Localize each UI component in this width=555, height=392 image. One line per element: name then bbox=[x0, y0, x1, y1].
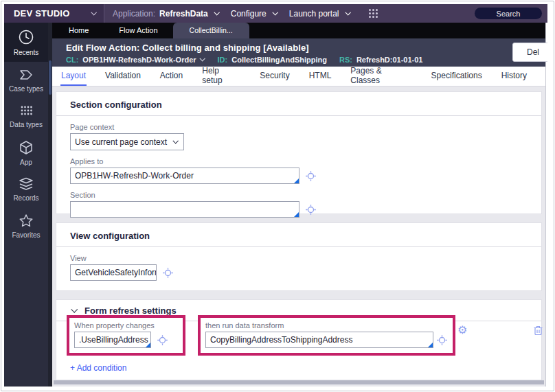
rule-header: Edit Flow Action: Collect billing and sh… bbox=[52, 38, 545, 67]
view-label: View bbox=[70, 254, 541, 262]
rule-tab-strip: Layout Validation Action Help setup Secu… bbox=[52, 67, 545, 87]
trash-icon[interactable] bbox=[533, 325, 543, 336]
sidebar-item-favorites[interactable]: Favorites bbox=[4, 207, 48, 244]
collapse-chevron-icon[interactable] bbox=[71, 306, 78, 313]
sidebar-item-case-types[interactable]: Case types bbox=[4, 62, 48, 98]
form-refresh-panel: Form refresh settings When property chan… bbox=[56, 299, 542, 380]
sidebar-item-app[interactable]: App bbox=[4, 135, 48, 171]
autocomplete-triangle-icon bbox=[428, 343, 433, 347]
autocomplete-triangle-icon bbox=[294, 212, 299, 217]
left-sidebar: Recents Case types Data types Ap bbox=[4, 23, 48, 387]
cl-label: CL: bbox=[66, 56, 78, 64]
application-menu[interactable]: RefreshData bbox=[159, 9, 208, 19]
when-property-label: When property changes bbox=[74, 321, 178, 330]
gear-target-icon[interactable] bbox=[157, 334, 168, 346]
autocomplete-triangle-icon bbox=[294, 178, 299, 183]
view-configuration-panel: View configuration View GetVehicleSafety… bbox=[56, 222, 542, 291]
gear-target-icon[interactable] bbox=[436, 334, 448, 346]
nav-scrollbar-thumb[interactable] bbox=[49, 60, 52, 95]
configure-menu[interactable]: Configure bbox=[231, 9, 267, 19]
launch-portal-menu[interactable]: Launch portal bbox=[289, 9, 339, 19]
rs-label: RS: bbox=[339, 56, 352, 64]
tab-pages-classes[interactable]: Pages & Classes bbox=[350, 67, 412, 86]
chevron-down-icon[interactable] bbox=[272, 10, 278, 15]
page-context-select[interactable]: Use current page context bbox=[70, 133, 184, 150]
id-value: CollectBillingAndShipping bbox=[231, 56, 327, 64]
cl-value: OPB1HW-RefreshD-Work-Order bbox=[82, 56, 196, 64]
delete-button[interactable]: Del bbox=[512, 43, 547, 62]
tab-security[interactable]: Security bbox=[259, 67, 290, 86]
tab-html[interactable]: HTML bbox=[308, 67, 332, 86]
sidebar-item-recents[interactable]: Recents bbox=[4, 23, 48, 62]
data-types-icon bbox=[18, 104, 34, 118]
star-icon bbox=[18, 213, 34, 229]
when-property-input[interactable]: .UseBillingAddress bbox=[74, 332, 151, 348]
when-property-highlight-box: When property changes .UseBillingAddress bbox=[67, 315, 185, 356]
autocomplete-triangle-icon bbox=[146, 343, 150, 347]
rule-title: Edit Flow Action: Collect billing and sh… bbox=[66, 43, 545, 53]
id-label: ID: bbox=[218, 56, 228, 64]
view-input[interactable]: GetVehicleSafetyInform bbox=[70, 264, 157, 281]
data-transform-label: then run data transform bbox=[205, 321, 448, 330]
page-context-label: Page context bbox=[70, 123, 541, 131]
gear-target-icon[interactable] bbox=[305, 204, 317, 216]
tab-layout[interactable]: Layout bbox=[60, 67, 87, 86]
rule-content: Section configuration Page context Use c… bbox=[52, 87, 545, 387]
sidebar-item-records[interactable]: Records bbox=[4, 171, 48, 207]
application-label: Application: bbox=[113, 9, 155, 19]
tab-specifications[interactable]: Specifications bbox=[431, 67, 483, 86]
rs-value: RefreshD:01-01-01 bbox=[356, 56, 423, 64]
form-refresh-title: Form refresh settings bbox=[84, 305, 177, 316]
section-label: Section bbox=[70, 191, 541, 199]
app-cube-icon bbox=[18, 139, 34, 156]
tab-history[interactable]: History bbox=[501, 67, 528, 86]
chevron-down-icon[interactable] bbox=[345, 10, 350, 15]
top-nav: Application: RefreshData Configure Launc… bbox=[113, 9, 378, 19]
data-transform-input[interactable]: CopyBillingAddressToShippingAddress bbox=[205, 332, 433, 348]
tab-action[interactable]: Action bbox=[159, 67, 183, 86]
tab-help-setup[interactable]: Help setup bbox=[201, 67, 241, 86]
app-grid-icon[interactable] bbox=[369, 9, 378, 18]
top-bar: DEV STUDIO Application: RefreshData Conf… bbox=[4, 4, 547, 23]
data-transform-highlight-box: then run data transform CopyBillingAddre… bbox=[198, 315, 455, 356]
add-condition-link[interactable]: + Add condition bbox=[70, 363, 126, 373]
section-input[interactable] bbox=[70, 201, 299, 218]
chevron-down-icon bbox=[172, 138, 178, 143]
chevron-down-icon[interactable] bbox=[199, 56, 205, 61]
applies-to-input[interactable]: OPB1HW-RefreshD-Work-Order bbox=[70, 168, 299, 184]
section-configuration-panel: Section configuration Page context Use c… bbox=[56, 91, 542, 214]
tab-validation[interactable]: Validation bbox=[104, 67, 141, 86]
clock-icon bbox=[17, 28, 35, 46]
document-tab-bar: Home Flow Action CollectBillin... bbox=[52, 23, 545, 38]
view-configuration-title: View configuration bbox=[56, 223, 541, 247]
gear-target-icon[interactable] bbox=[162, 267, 174, 279]
tab-home[interactable]: Home bbox=[54, 23, 104, 38]
main-area: Home Flow Action CollectBillin... Edit F… bbox=[52, 23, 546, 387]
chevron-down-icon[interactable] bbox=[214, 10, 219, 15]
rule-keys: CL: OPB1HW-RefreshD-Work-Order ID: Colle… bbox=[66, 56, 545, 64]
search-label: Search bbox=[497, 10, 521, 18]
tab-collectbilling-active[interactable]: CollectBillin... bbox=[173, 23, 249, 38]
chevron-down-icon bbox=[91, 10, 96, 15]
brand-title: DEV STUDIO bbox=[14, 8, 69, 19]
tab-flow-action[interactable]: Flow Action bbox=[104, 23, 172, 38]
bottom-scrollbar[interactable] bbox=[54, 380, 544, 384]
records-layers-icon bbox=[18, 176, 34, 192]
section-configuration-title: Section configuration bbox=[56, 92, 541, 116]
dev-studio-app: DEV STUDIO Application: RefreshData Conf… bbox=[4, 4, 547, 387]
search-input[interactable]: Search bbox=[475, 8, 542, 19]
gear-icon[interactable]: ⚙ bbox=[457, 325, 467, 336]
case-types-icon bbox=[18, 67, 34, 82]
gear-target-icon[interactable] bbox=[305, 170, 317, 182]
brand-menu[interactable]: DEV STUDIO bbox=[4, 4, 104, 23]
sidebar-item-data-types[interactable]: Data types bbox=[4, 98, 48, 135]
applies-to-label: Applies to bbox=[70, 157, 541, 165]
